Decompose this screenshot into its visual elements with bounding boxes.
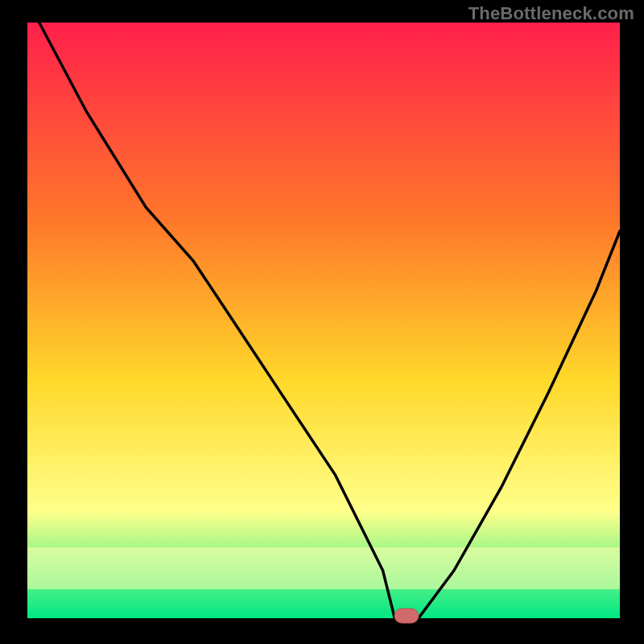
watermark-text: TheBottleneck.com bbox=[469, 3, 634, 24]
bottleneck-chart bbox=[0, 0, 644, 644]
light-band bbox=[27, 547, 620, 589]
plot-area bbox=[27, 23, 620, 618]
optimal-marker bbox=[394, 609, 419, 623]
chart-container: TheBottleneck.com bbox=[0, 0, 644, 644]
